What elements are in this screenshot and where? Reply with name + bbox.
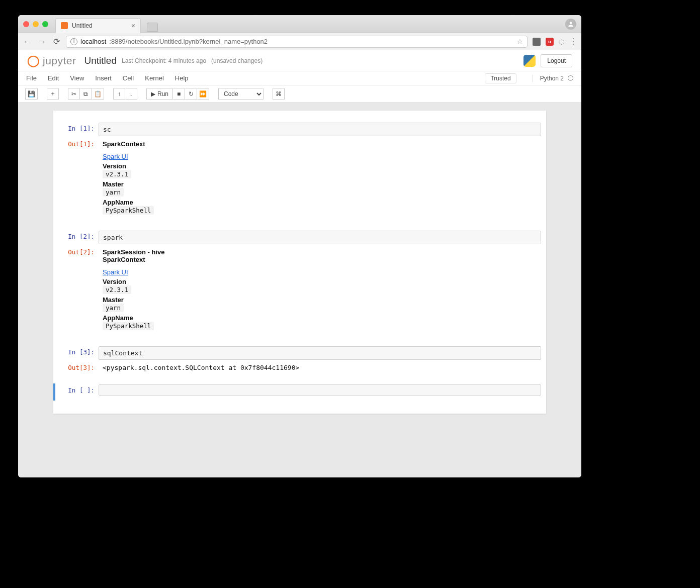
output-prompt: Out[2]: (58, 246, 99, 256)
kv-label: AppName (103, 314, 133, 322)
extension-icon[interactable] (533, 38, 541, 46)
tab-title: Untitled (72, 22, 93, 29)
menu-view[interactable]: View (70, 74, 84, 82)
run-icon: ▶ (151, 90, 155, 97)
browser-tab[interactable]: Untitled × (55, 18, 141, 33)
logout-button[interactable]: Logout (541, 54, 572, 67)
kv-value: PySparkShell (103, 322, 154, 330)
move-up-button[interactable]: ↑ (113, 88, 125, 100)
menu-insert[interactable]: Insert (95, 74, 112, 82)
jupyter-glyph-icon: ◯ (27, 54, 40, 67)
menu-file[interactable]: File (26, 74, 37, 82)
svg-point-0 (570, 22, 572, 24)
tab-favicon-icon (61, 22, 68, 29)
restart-button[interactable]: ↻ (185, 88, 197, 100)
kernel-status-icon (568, 75, 573, 81)
checkpoint-text: Last Checkpoint: 4 minutes ago (122, 57, 206, 64)
notebook-title[interactable]: Untitled (84, 55, 117, 66)
kernel-name: Python 2 (540, 75, 564, 82)
browser-window: Untitled × ← → ⟳ i localhost:8889/notebo… (18, 15, 581, 477)
menu-edit[interactable]: Edit (48, 74, 59, 82)
trusted-indicator[interactable]: Trusted (485, 73, 516, 83)
move-down-button[interactable]: ↓ (125, 88, 137, 100)
paste-button[interactable]: 📋 (92, 88, 104, 100)
kv-label: Master (103, 296, 124, 304)
python-logo-icon (523, 55, 536, 67)
command-palette-button[interactable]: ⌘ (273, 88, 285, 100)
input-prompt: In [ ]: (58, 384, 99, 394)
address-bar: ← → ⟳ i localhost:8889/notebooks/Untitle… (18, 33, 581, 50)
menu-cell[interactable]: Cell (123, 74, 134, 82)
new-tab-button[interactable] (147, 23, 158, 32)
back-icon[interactable]: ← (22, 37, 32, 46)
bookmark-icon[interactable]: ☆ (517, 38, 523, 45)
reload-icon[interactable]: ⟳ (52, 37, 61, 46)
tab-close-icon[interactable]: × (131, 22, 135, 30)
maximize-window-icon[interactable] (42, 21, 48, 27)
kernel-indicator[interactable]: Python 2 (533, 75, 573, 82)
cell-output: <pyspark.sql.context.SQLContext at 0x7f8… (99, 362, 541, 372)
kv-value: v2.3.1 (103, 170, 131, 178)
spark-ui-link[interactable]: Spark UI (103, 268, 128, 276)
kv-value: v2.3.1 (103, 285, 131, 294)
code-cell[interactable]: In [2]: spark Out[2]: SparkSession - hiv… (53, 230, 546, 336)
code-cell[interactable]: In [3]: sqlContext Out[3]: <pyspark.sql.… (53, 345, 546, 377)
input-prompt: In [2]: (58, 231, 99, 240)
kv-label: Master (103, 180, 124, 188)
cell-output: SparkContext Spark UI Versionv2.3.1 Mast… (99, 138, 541, 216)
kv-label: Version (103, 162, 126, 170)
run-label: Run (157, 90, 168, 97)
window-controls (23, 21, 48, 27)
copy-button[interactable]: ⧉ (80, 88, 92, 100)
profile-icon[interactable] (565, 19, 576, 30)
close-window-icon[interactable] (23, 21, 29, 27)
url-input[interactable]: i localhost:8889/notebooks/Untitled.ipyn… (66, 36, 528, 48)
extensions: u ◌ ⋮ (533, 37, 577, 46)
titlebar: Untitled × (18, 15, 581, 33)
kv-value: yarn (103, 188, 124, 197)
unsaved-text: (unsaved changes) (211, 57, 262, 64)
forward-icon[interactable]: → (37, 37, 47, 46)
insert-cell-button[interactable]: ＋ (47, 88, 59, 100)
ublock-icon[interactable]: u (546, 38, 554, 46)
cut-button[interactable]: ✂ (68, 88, 80, 100)
jupyter-brand-text: jupyter (43, 55, 76, 67)
menu-kernel[interactable]: Kernel (145, 74, 164, 82)
code-input[interactable]: sc (99, 123, 541, 136)
save-button[interactable]: 💾 (25, 88, 38, 100)
output-heading: SparkContext (103, 140, 145, 148)
menu-icon[interactable]: ⋮ (569, 37, 577, 46)
jupyter-logo[interactable]: ◯ jupyter (27, 54, 76, 67)
code-input[interactable]: sqlContext (99, 346, 541, 360)
kv-label: Version (103, 278, 126, 285)
code-cell[interactable]: In [ ]: (53, 383, 546, 401)
output-heading: SparkSession - hive (103, 248, 165, 256)
minimize-window-icon[interactable] (33, 21, 39, 27)
cell-type-select[interactable]: Code (218, 88, 264, 100)
cell-output: SparkSession - hive SparkContext Spark U… (99, 246, 541, 331)
menu-help[interactable]: Help (175, 74, 189, 82)
pocket-icon[interactable]: ◌ (559, 38, 564, 45)
run-button[interactable]: ▶ Run (146, 88, 173, 100)
toolbar: 💾 ＋ ✂ ⧉ 📋 ↑ ↓ ▶ Run ■ ↻ ⏩ Code ⌘ (18, 85, 581, 103)
interrupt-button[interactable]: ■ (173, 88, 185, 100)
output-prompt: Out[1]: (58, 138, 99, 148)
input-prompt: In [3]: (58, 346, 99, 356)
code-cell[interactable]: In [1]: sc Out[1]: SparkContext Spark UI… (53, 122, 546, 221)
restart-run-all-button[interactable]: ⏩ (197, 88, 209, 100)
kv-label: AppName (103, 199, 133, 206)
url-host: localhost (80, 38, 106, 45)
notebook-body: In [1]: sc Out[1]: SparkContext Spark UI… (18, 103, 581, 477)
menubar: File Edit View Insert Cell Kernel Help T… (18, 71, 581, 85)
output-prompt: Out[3]: (58, 362, 99, 371)
spark-ui-link[interactable]: Spark UI (103, 153, 128, 160)
site-info-icon[interactable]: i (70, 38, 77, 45)
url-path: :8889/notebooks/Untitled.ipynb?kernel_na… (109, 38, 268, 45)
kv-value: yarn (103, 304, 124, 312)
input-prompt: In [1]: (58, 123, 99, 132)
output-heading: SparkContext (103, 256, 145, 263)
notebook-page: In [1]: sc Out[1]: SparkContext Spark UI… (53, 111, 546, 414)
code-input[interactable] (99, 384, 541, 396)
code-input[interactable]: spark (99, 231, 541, 244)
kv-value: PySparkShell (103, 206, 154, 215)
